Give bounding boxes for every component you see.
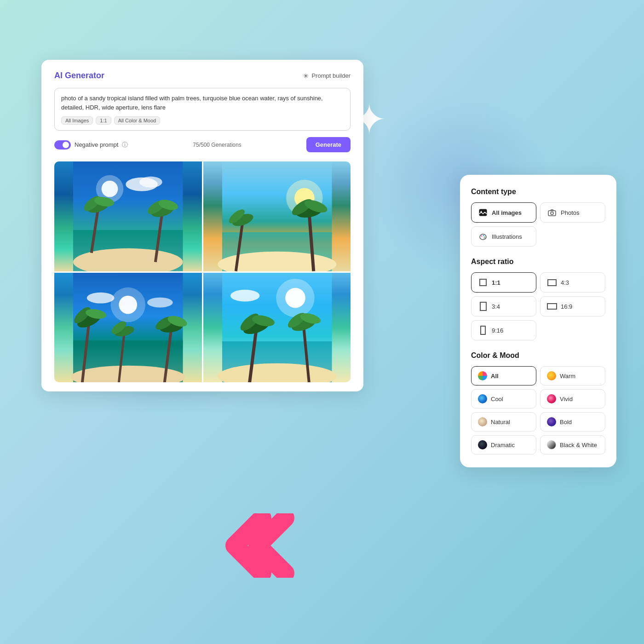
svg-point-8 [86,197,111,215]
ratio-4-3-icon [547,277,557,288]
card-title: AI Generator [54,71,104,80]
content-type-options: All images Photos [471,202,605,247]
svg-line-41 [165,328,172,382]
generator-card: AI Generator ✳ Prompt builder photo of a… [41,60,363,391]
illustrations-label: Illustrations [492,233,522,240]
svg-rect-18 [222,232,332,271]
image-grid [54,161,351,382]
svg-point-17 [286,180,323,217]
svg-point-4 [139,177,162,188]
ratio-1-1-label: 1:1 [492,279,500,286]
ratio-9-16-button[interactable]: 9:16 [471,320,536,340]
mood-bold-button[interactable]: Bold [540,412,605,431]
image-cell-4 [203,273,351,383]
mood-natural-label: Natural [491,419,510,426]
prompt-builder-button[interactable]: ✳ Prompt builder [303,72,351,80]
svg-point-58 [299,311,322,325]
svg-point-57 [285,310,307,330]
tag-all-images[interactable]: All Images [61,116,93,125]
mood-dramatic-dot [478,440,487,449]
svg-rect-27 [73,273,183,383]
mood-warm-dot [547,371,556,380]
svg-point-3 [126,178,158,191]
svg-point-54 [251,313,275,328]
mood-bold-label: Bold [560,419,572,426]
ratio-16-9-button[interactable]: 16:9 [540,296,605,316]
mood-dramatic-label: Dramatic [491,442,515,448]
mood-black-white-button[interactable]: Black & White [540,435,605,454]
prompt-text: photo of a sandy tropical island filled … [61,94,344,112]
svg-point-44 [167,314,189,328]
svg-point-30 [87,292,115,303]
prompt-input-wrapper[interactable]: photo of a sandy tropical island filled … [54,88,351,131]
ratio-4-3-button[interactable]: 4:3 [540,272,605,293]
svg-point-52 [242,316,271,337]
chevron-svg [221,513,304,578]
image-cell-2 [203,161,351,271]
tropical-image-4 [203,273,351,383]
mood-bw-dot [547,440,556,449]
svg-point-50 [218,363,336,382]
svg-point-64 [481,236,482,236]
svg-rect-49 [222,341,332,382]
ratio-1-1-button[interactable]: 1:1 [471,272,536,293]
svg-point-42 [159,319,184,334]
info-icon[interactable]: ⓘ [122,141,128,149]
toggle-thumb [63,142,69,148]
right-panel: Content type All images [460,175,616,467]
svg-point-16 [294,188,315,208]
svg-point-43 [154,314,176,332]
aspect-ratio-title: Aspect ratio [471,258,605,266]
svg-line-38 [119,332,124,382]
mood-cool-button[interactable]: Cool [471,389,536,408]
controls-row: Negative prompt ⓘ 75/500 Generations Gen… [54,137,351,152]
svg-rect-61 [548,211,556,216]
tag-color-mood[interactable]: All Color & Mood [114,116,161,125]
mood-all-button[interactable]: All [471,366,536,385]
svg-point-40 [109,319,128,336]
wand-icon: ✳ [303,72,309,80]
svg-point-14 [157,198,179,212]
toggle-switch[interactable] [54,140,71,150]
tag-ratio[interactable]: 1:1 [96,116,111,125]
ratio-3-4-button[interactable]: 3:4 [471,296,536,316]
chevrons-decoration [221,513,304,580]
ratio-9-16-icon [478,325,488,335]
content-type-section: Content type All images [471,188,605,247]
negative-prompt-toggle[interactable]: Negative prompt ⓘ [54,140,128,150]
svg-point-48 [230,289,259,301]
content-type-illustrations[interactable]: Illustrations [471,226,536,247]
content-type-all-images[interactable]: All images [471,202,536,223]
mood-warm-label: Warm [560,373,575,380]
svg-point-25 [230,212,254,229]
generations-count: 75/500 Generations [193,142,241,148]
svg-rect-45 [222,273,332,383]
svg-point-9 [82,194,103,213]
ratio-9-16-label: 9:16 [492,327,503,334]
mood-all-dot [478,371,487,380]
ratio-3-4-label: 3:4 [492,303,500,310]
ratio-16-9-label: 16:9 [561,303,572,310]
mood-natural-button[interactable]: Natural [471,412,536,431]
generate-button[interactable]: Generate [306,137,351,152]
mood-dramatic-button[interactable]: Dramatic [471,435,536,454]
mood-warm-button[interactable]: Warm [540,366,605,385]
mood-vivid-dot [547,394,556,403]
image-cell-3 [54,273,202,383]
tropical-image-3 [54,273,202,383]
svg-point-31 [147,297,173,307]
camera-icon [547,207,557,218]
svg-point-23 [303,197,328,215]
svg-point-66 [484,236,485,237]
aspect-ratio-section: Aspect ratio 1:1 4:3 3:4 16:9 9:16 [471,258,605,340]
svg-point-56 [290,315,316,333]
content-type-photos[interactable]: Photos [540,202,605,223]
svg-point-6 [73,248,183,271]
mood-vivid-button[interactable]: Vivid [540,389,605,408]
mood-natural-dot [478,417,487,426]
svg-point-53 [237,310,261,333]
tropical-image-1 [54,161,202,271]
svg-point-13 [145,198,167,217]
svg-point-12 [150,202,175,219]
mood-vivid-label: Vivid [560,396,573,402]
